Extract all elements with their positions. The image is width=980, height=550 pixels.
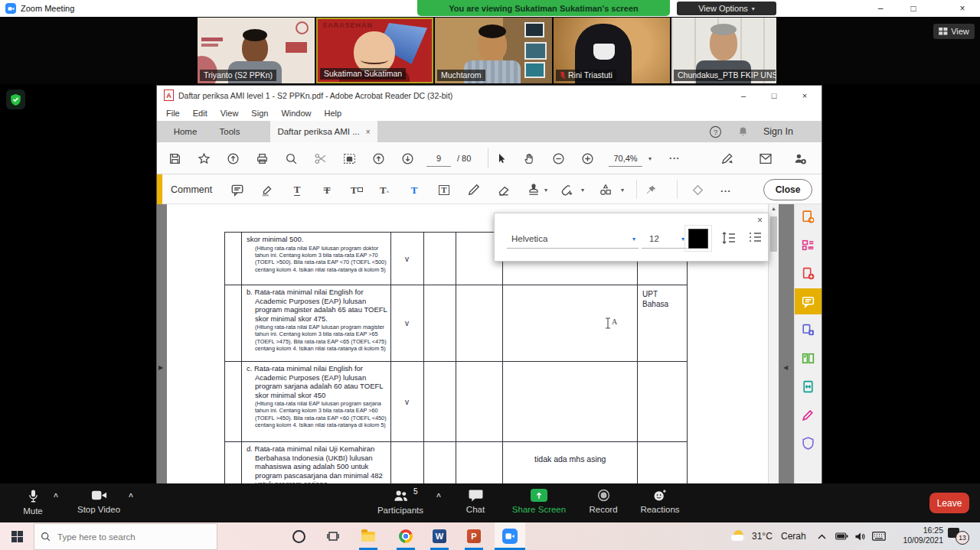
view-options-button[interactable]: View Options ▾: [677, 2, 776, 15]
leave-button[interactable]: Leave: [929, 493, 969, 513]
fill-sign-pen-icon[interactable]: [718, 149, 737, 168]
paragraph-spacing-icon[interactable]: [746, 229, 764, 247]
participant-tile[interactable]: Rini Triastuti: [554, 18, 670, 83]
pin-keep-tool-icon[interactable]: [641, 180, 661, 200]
replace-text-icon[interactable]: T^: [374, 180, 394, 200]
tab-tools[interactable]: Tools: [207, 121, 252, 142]
add-text-comment-icon[interactable]: T: [404, 180, 424, 200]
sticky-note-icon[interactable]: [227, 180, 247, 200]
zoom-in-icon[interactable]: [578, 149, 596, 168]
right-pane-toggle[interactable]: ◀: [781, 360, 790, 375]
previous-page-icon[interactable]: [369, 149, 387, 168]
attach-file-icon[interactable]: [557, 180, 577, 200]
comment-close-button[interactable]: Close: [763, 179, 812, 200]
font-color-swatch[interactable]: [684, 225, 712, 252]
edit-pdf-icon[interactable]: [795, 232, 822, 258]
share-upload-icon[interactable]: [224, 149, 242, 168]
acrobat-maximize-button[interactable]: □: [759, 86, 789, 105]
maximize-button[interactable]: □: [897, 0, 929, 17]
start-button[interactable]: [0, 522, 34, 550]
scroll-up-icon[interactable]: ▲: [769, 206, 779, 211]
protect-pdf-icon[interactable]: [795, 430, 822, 456]
task-view-button[interactable]: [318, 522, 348, 550]
tab-home[interactable]: Home: [163, 121, 207, 142]
share-screen-button[interactable]: Share Screen: [505, 489, 573, 514]
search-icon[interactable]: [282, 149, 300, 168]
record-button[interactable]: Record: [580, 489, 626, 514]
zoom-out-icon[interactable]: [549, 149, 567, 168]
speaker-icon[interactable]: [850, 522, 870, 550]
menu-window[interactable]: Window: [281, 109, 311, 118]
zoom-taskbar-icon-active[interactable]: [495, 522, 525, 550]
chat-button[interactable]: Chat: [456, 489, 495, 514]
help-icon[interactable]: ?: [705, 122, 725, 141]
popup-close-icon[interactable]: ×: [757, 215, 763, 226]
participants-caret[interactable]: ^: [436, 493, 441, 501]
tab-document[interactable]: Daftar periksa AMI ... ×: [270, 121, 377, 142]
acrobat-minimize-button[interactable]: –: [728, 86, 759, 105]
battery-icon[interactable]: [831, 522, 851, 550]
add-user-icon[interactable]: [791, 149, 809, 168]
vertical-scrollbar[interactable]: ▲: [768, 204, 779, 483]
file-explorer-icon[interactable]: [353, 522, 384, 550]
more-tools-icon[interactable]: ...: [665, 146, 684, 164]
highlight-icon[interactable]: [257, 180, 277, 200]
touch-keyboard-icon[interactable]: [868, 522, 890, 550]
minimize-button[interactable]: –: [864, 0, 897, 17]
insert-text-icon[interactable]: T: [347, 180, 367, 200]
word-icon[interactable]: W: [424, 522, 455, 550]
stop-video-button[interactable]: Stop Video: [68, 489, 129, 514]
close-button[interactable]: ×: [946, 0, 978, 17]
pencil-icon[interactable]: [464, 180, 484, 200]
text-box-icon[interactable]: T: [434, 180, 454, 200]
zoom-dropdown-icon[interactable]: ▾: [644, 149, 656, 168]
action-center-button[interactable]: 13: [948, 526, 974, 546]
powerpoint-icon[interactable]: P: [459, 522, 489, 550]
compress-pdf-icon[interactable]: [795, 373, 822, 399]
participant-tile[interactable]: Triyanto (S2 PPKn): [198, 18, 315, 83]
color-fill-icon[interactable]: [688, 180, 707, 200]
create-pdf-icon[interactable]: [795, 260, 822, 286]
scissors-icon[interactable]: [311, 149, 329, 168]
taskbar-search-box[interactable]: [34, 523, 217, 550]
mute-button[interactable]: Mute: [10, 489, 56, 516]
sign-in-button[interactable]: Sign In: [763, 121, 793, 142]
export-pdf-icon[interactable]: [795, 204, 822, 229]
video-options-caret[interactable]: ^: [129, 493, 133, 501]
snapshot-icon[interactable]: [340, 149, 358, 168]
participant-tile-active-speaker[interactable]: SARASEHAN Sukatiman Sukatiman: [316, 18, 433, 83]
attach-dropdown-icon[interactable]: ▾: [577, 181, 589, 199]
cortana-button[interactable]: [283, 522, 314, 550]
weather-description[interactable]: Cerah: [781, 522, 806, 550]
clock[interactable]: 16:25 10/09/2021: [890, 526, 943, 545]
notification-bell-icon[interactable]: [733, 122, 753, 141]
menu-view[interactable]: View: [220, 109, 239, 118]
participant-tile[interactable]: Muchtarom: [435, 18, 552, 83]
next-page-icon[interactable]: [398, 149, 416, 168]
stamp-dropdown-icon[interactable]: ▾: [540, 181, 552, 199]
tab-close-icon[interactable]: ×: [366, 128, 371, 136]
font-family-select[interactable]: Helvetica ▾: [507, 229, 639, 249]
save-icon[interactable]: [165, 149, 184, 168]
strikethrough-text-icon[interactable]: T: [317, 180, 337, 200]
drawing-dropdown-icon[interactable]: ▾: [616, 181, 629, 199]
organize-pages-icon[interactable]: [795, 345, 822, 371]
search-input[interactable]: [56, 532, 197, 542]
reactions-button[interactable]: Reactions: [633, 489, 687, 514]
underline-text-icon[interactable]: T: [287, 180, 307, 200]
zoom-level-input[interactable]: 70,4%: [609, 151, 642, 167]
participant-tile[interactable]: Chundakus_PTB FKIP UNS: [671, 18, 776, 83]
mute-options-caret[interactable]: ^: [54, 493, 58, 501]
menu-edit[interactable]: Edit: [193, 109, 207, 118]
combine-files-icon[interactable]: [795, 317, 822, 343]
weather-temperature[interactable]: 31°C: [752, 522, 773, 550]
select-tool-icon[interactable]: [492, 149, 511, 168]
left-pane-toggle[interactable]: ▶: [157, 360, 165, 375]
chrome-icon[interactable]: [390, 522, 421, 550]
page-number-input[interactable]: 9: [426, 151, 451, 167]
font-size-select[interactable]: 12 ▾: [642, 229, 688, 249]
menu-sign[interactable]: Sign: [251, 109, 268, 118]
line-spacing-icon[interactable]: [720, 229, 738, 247]
participants-button[interactable]: Participants 5: [366, 489, 435, 515]
comment-tool-icon-active[interactable]: [795, 288, 822, 314]
